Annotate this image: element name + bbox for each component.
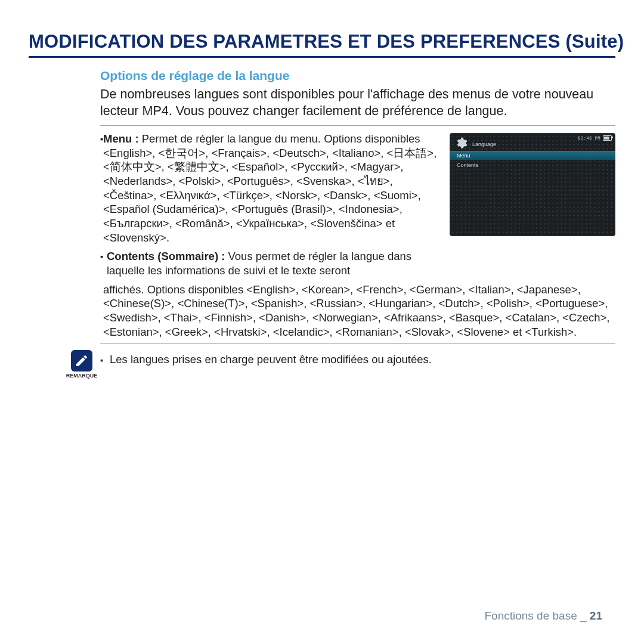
bullet-marker: ▪: [100, 249, 107, 261]
battery-icon: [603, 135, 612, 141]
device-row-unselected: Contents: [450, 160, 615, 170]
bullet-contents-tail: affichés. Options disponibles <English>,…: [103, 283, 615, 339]
device-row-selected: Menu: [450, 151, 615, 160]
device-topbar: 02:46 PM: [578, 135, 612, 141]
divider-top: [100, 125, 615, 126]
divider-bottom: [100, 343, 615, 344]
page-footer: Fonctions de base _ 21: [484, 609, 602, 623]
bullet-contents-cont: ▪ affichés. Options disponibles <English…: [100, 283, 615, 339]
footer-section: Fonctions de base _: [484, 609, 586, 622]
bullet-contents: ▪ Contents (Sommaire) : Vous permet de r…: [100, 249, 442, 277]
bullet-contents-text: Contents (Sommaire) : Vous permet de rég…: [107, 249, 442, 277]
note-icon: [71, 350, 92, 371]
device-clock: 02:46 PM: [578, 136, 600, 141]
bullet-menu-body: Permet de régler la langue du menu. Opti…: [103, 132, 436, 244]
gear-icon: [454, 137, 467, 150]
bullet-menu-label: Menu :: [103, 132, 139, 145]
title-underline: [29, 56, 615, 58]
bullet-menu: ▪ Menu : Permet de régler la langue du m…: [100, 132, 442, 244]
bullet-marker: ▪: [100, 352, 110, 366]
device-breadcrumb: Language: [472, 141, 496, 147]
subheading: Options de réglage de la langue: [100, 69, 615, 83]
intro-paragraph: De nombreuses langues sont disponibles p…: [100, 86, 615, 119]
note-text: ▪Les langues prises en charge peuvent êt…: [100, 350, 432, 367]
footer-page-number: 21: [590, 609, 602, 622]
note-label: REMARQUE: [66, 373, 98, 379]
bullet-menu-text: Menu : Permet de régler la langue du men…: [103, 132, 442, 244]
note-body: Les langues prises en charge peuvent êtr…: [110, 353, 432, 366]
bullet-contents-label: Contents (Sommaire) :: [107, 250, 225, 262]
device-screenshot: 02:46 PM Language Menu Contents: [450, 133, 615, 236]
page-title: MODIFICATION DES PARAMETRES ET DES PREFE…: [29, 31, 615, 52]
